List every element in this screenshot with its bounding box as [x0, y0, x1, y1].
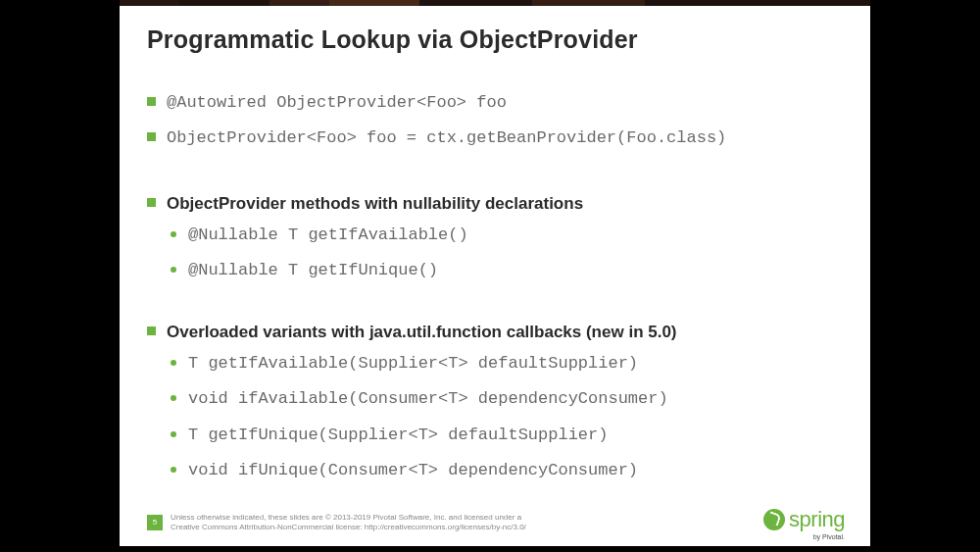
spring-leaf-icon — [763, 509, 785, 530]
page-number: 5 — [147, 515, 163, 530]
sub-bullet: T getIfUnique(Supplier<T> defaultSupplie… — [167, 423, 843, 448]
sub-bullet: void ifUnique(Consumer<T> dependencyCons… — [167, 458, 843, 483]
sub-bullet: void ifAvailable(Consumer<T> dependencyC… — [167, 386, 843, 412]
footer-line: Creative Commons Attribution-NonCommerci… — [171, 523, 526, 531]
slide-title: Programmatic Lookup via ObjectProvider — [147, 25, 638, 54]
spring-logo-text: spring — [789, 507, 845, 532]
spring-logo: spring by Pivotal. — [763, 507, 845, 532]
bullet-heading: Overloaded variants with java.util.funct… — [147, 320, 843, 484]
slide: Programmatic Lookup via ObjectProvider @… — [120, 6, 870, 546]
bullet-group-1: @Autowired ObjectProvider<Foo> foo Objec… — [147, 90, 843, 152]
sub-bullet: @Nullable T getIfAvailable() — [167, 223, 843, 248]
bullet-group-2: ObjectProvider methods with nullability … — [147, 191, 843, 284]
spring-logo-subtext: by Pivotal. — [813, 533, 845, 540]
bullet-group-3: Overloaded variants with java.util.funct… — [147, 320, 843, 484]
bullet-item: ObjectProvider<Foo> foo = ctx.getBeanPro… — [147, 125, 843, 151]
bullet-item: @Autowired ObjectProvider<Foo> foo — [147, 90, 843, 116]
footer: 5 Unless otherwise indicated, these slid… — [147, 513, 526, 532]
sub-bullet: @Nullable T getIfUnique() — [167, 258, 843, 283]
bullet-heading-text: Overloaded variants with java.util.funct… — [167, 323, 677, 341]
stage: Programmatic Lookup via ObjectProvider @… — [0, 0, 980, 552]
footer-line: Unless otherwise indicated, these slides… — [171, 513, 521, 522]
sub-bullets: @Nullable T getIfAvailable() @Nullable T… — [167, 223, 843, 284]
bullet-heading-text: ObjectProvider methods with nullability … — [167, 194, 583, 213]
bullet-heading: ObjectProvider methods with nullability … — [147, 191, 843, 284]
slide-content: @Autowired ObjectProvider<Foo> foo Objec… — [147, 90, 843, 493]
sub-bullets: T getIfAvailable(Supplier<T> defaultSupp… — [167, 351, 843, 483]
footer-text: Unless otherwise indicated, these slides… — [171, 513, 526, 532]
sub-bullet: T getIfAvailable(Supplier<T> defaultSupp… — [167, 351, 843, 376]
